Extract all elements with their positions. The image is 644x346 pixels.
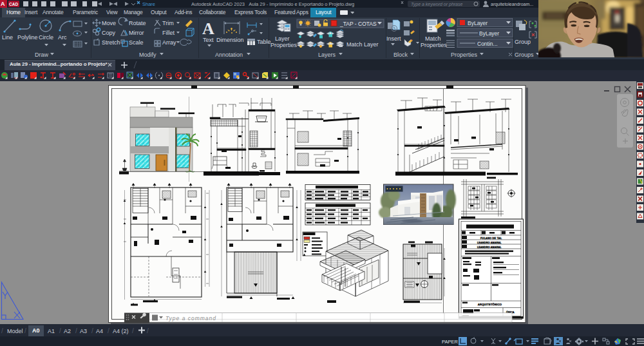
svg-text:FULANO DE TAL: FULANO DE TAL <box>480 237 502 240</box>
svg-text:Table: Table <box>257 39 271 45</box>
svg-text:Scale: Scale <box>129 39 144 46</box>
svg-text:Properties: Properties <box>270 42 298 48</box>
svg-text:Polyline: Polyline <box>17 34 38 41</box>
svg-text:Properties: Properties <box>421 42 448 48</box>
svg-text:Group: Group <box>515 39 531 45</box>
svg-text:Modify: Modify <box>139 52 156 58</box>
svg-text:_TAP - COTAS: _TAP - COTAS <box>339 21 377 27</box>
svg-text:Move: Move <box>102 20 116 26</box>
svg-text:Match Layer: Match Layer <box>346 41 379 48</box>
svg-text:Match: Match <box>425 35 441 42</box>
svg-text:Array: Array <box>162 39 176 46</box>
svg-text:PAPER: PAPER <box>442 339 458 345</box>
svg-text:A: A <box>202 19 214 38</box>
svg-text:Type a keyword or phrase: Type a keyword or phrase <box>411 2 463 7</box>
svg-text:Mirror: Mirror <box>129 30 144 36</box>
svg-text:Rotate: Rotate <box>129 20 146 26</box>
svg-text:Trim: Trim <box>162 20 174 26</box>
svg-text:LEANDRO AMARAL: LEANDRO AMARAL <box>477 242 502 244</box>
svg-text:Fillet: Fillet <box>162 30 175 36</box>
svg-text:Arc: Arc <box>58 34 67 41</box>
svg-text:Layers: Layers <box>318 52 336 58</box>
svg-text:Stretch: Stretch <box>102 39 120 46</box>
svg-text:LEANDRO AMARAL: LEANDRO AMARAL <box>477 246 502 249</box>
svg-text:Text: Text <box>203 37 214 43</box>
svg-text:Line: Line <box>2 34 13 41</box>
svg-text:Layer: Layer <box>275 35 290 42</box>
svg-text:Annotation: Annotation <box>215 52 243 58</box>
svg-text:ARQUITETÔNICO: ARQUITETÔNICO <box>478 303 502 306</box>
svg-text:Circle: Circle <box>39 34 53 41</box>
svg-text:Autodesk AutoCAD 2023 Aula 2: Autodesk AutoCAD 2023 Aula 29 - Imprimin… <box>191 1 354 7</box>
svg-text:Groups: Groups <box>515 52 534 58</box>
svg-text:Dimension: Dimension <box>216 37 244 43</box>
svg-text:Copy: Copy <box>102 30 116 36</box>
svg-text:ByLayer: ByLayer <box>468 20 488 26</box>
svg-text:A: A <box>1 1 5 7</box>
svg-text:Contin...: Contin... <box>477 41 498 47</box>
svg-text:Draw: Draw <box>35 52 49 58</box>
svg-text:Type a command: Type a command <box>166 315 216 322</box>
svg-text:CAD: CAD <box>9 2 18 6</box>
svg-text:Insert: Insert <box>386 35 401 42</box>
svg-text:ByLayer: ByLayer <box>479 30 499 37</box>
svg-text:arquitetoleandroam...: arquitetoleandroam... <box>491 2 533 7</box>
svg-text:Properties: Properties <box>451 52 478 58</box>
svg-text:Block: Block <box>393 52 408 58</box>
svg-text:Share: Share <box>142 1 155 7</box>
